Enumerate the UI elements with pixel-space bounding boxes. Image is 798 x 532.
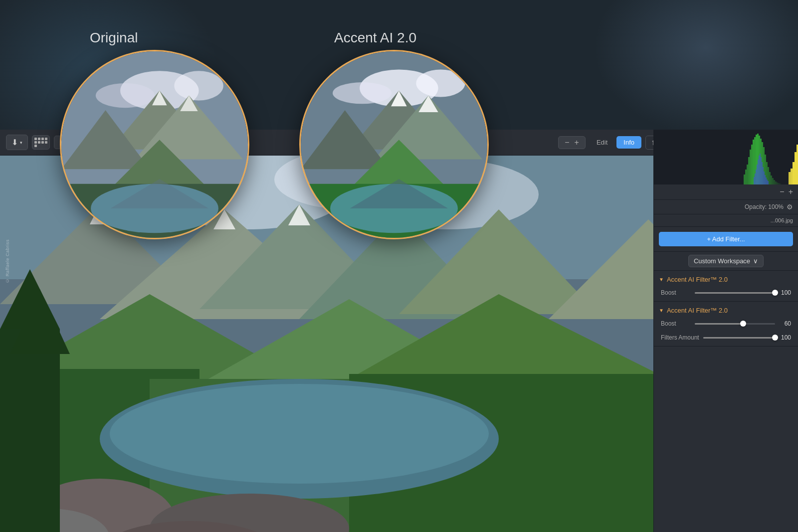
filter-title-0: Accent AI Filter™ 2.0 bbox=[667, 276, 728, 283]
accent-circle-preview bbox=[299, 50, 489, 239]
filter-collapse-0[interactable]: ▼ bbox=[659, 277, 664, 282]
svg-rect-85 bbox=[756, 170, 757, 184]
chevron-down-icon: ∨ bbox=[753, 257, 758, 265]
export-icon: ⬇ bbox=[11, 138, 18, 147]
export-button[interactable]: ⬇ ▾ bbox=[6, 135, 28, 150]
grid-dot bbox=[34, 138, 37, 140]
filename-text: ...006.jpg bbox=[659, 217, 793, 223]
nav-tabs: Edit Info bbox=[590, 136, 641, 149]
svg-rect-96 bbox=[767, 179, 768, 184]
opacity-row: Opacity: 100% ⚙ bbox=[654, 200, 798, 214]
svg-rect-75 bbox=[769, 172, 771, 184]
zoom-in-button[interactable]: + bbox=[574, 139, 580, 147]
grid-dot bbox=[45, 141, 47, 144]
filter-sections: ▼ Accent AI Filter™ 2.0 Boost 100 ▼ Acce… bbox=[654, 271, 798, 347]
svg-rect-57 bbox=[654, 130, 798, 184]
workspace-row: Custom Workspace ∨ bbox=[654, 251, 798, 271]
grid-dot bbox=[38, 141, 40, 144]
svg-point-49 bbox=[110, 384, 489, 484]
filter-value-0-0: 100 bbox=[779, 289, 791, 296]
slider-thumb-0-0[interactable] bbox=[772, 290, 778, 296]
svg-rect-88 bbox=[759, 156, 760, 184]
slider-fill-1-0 bbox=[695, 323, 743, 325]
svg-rect-98 bbox=[789, 172, 791, 184]
svg-rect-94 bbox=[765, 175, 766, 184]
slider-track-0-0[interactable] bbox=[695, 292, 775, 294]
svg-rect-86 bbox=[757, 165, 758, 184]
svg-rect-78 bbox=[774, 180, 775, 184]
svg-rect-97 bbox=[768, 181, 769, 184]
grid-dot bbox=[45, 138, 47, 140]
grid-dot bbox=[34, 141, 37, 144]
slider-track-1-0[interactable] bbox=[695, 323, 775, 325]
opacity-label: Opacity: 100% bbox=[745, 203, 784, 210]
svg-point-3 bbox=[96, 83, 155, 108]
histogram bbox=[654, 130, 798, 184]
grid-dot bbox=[41, 138, 44, 140]
edit-tab[interactable]: Edit bbox=[590, 136, 614, 149]
slider-thumb-1-0[interactable] bbox=[740, 321, 746, 327]
panel-toolbar: − + bbox=[654, 184, 798, 200]
zoom-control: − + bbox=[558, 136, 586, 149]
filter-section-1: ▼ Accent AI Filter™ 2.0 Boost 60 Filters… bbox=[654, 302, 798, 347]
svg-rect-76 bbox=[771, 176, 772, 184]
svg-rect-58 bbox=[744, 175, 745, 184]
svg-rect-60 bbox=[747, 165, 748, 184]
filter-row-1-0: Boost 60 bbox=[654, 318, 798, 332]
svg-point-16 bbox=[333, 82, 392, 104]
slider-fill-0-0 bbox=[695, 292, 775, 294]
filter-value-1-1: 100 bbox=[779, 334, 791, 341]
svg-rect-83 bbox=[754, 177, 755, 184]
svg-rect-82 bbox=[780, 183, 781, 184]
slider-thumb-1-1[interactable] bbox=[772, 335, 778, 341]
add-filter-button[interactable]: + Add Filter... bbox=[659, 232, 793, 246]
original-scene-svg bbox=[61, 51, 248, 238]
svg-rect-84 bbox=[755, 174, 756, 184]
panel-minus-button[interactable]: − bbox=[780, 187, 784, 196]
panel-plus-button[interactable]: + bbox=[789, 187, 793, 196]
svg-rect-63 bbox=[751, 145, 753, 184]
svg-rect-89 bbox=[760, 154, 761, 184]
filter-row-0-0: Boost 100 bbox=[654, 287, 798, 301]
zoom-out-button[interactable]: − bbox=[564, 139, 570, 147]
grid-dot bbox=[38, 138, 40, 140]
svg-rect-99 bbox=[791, 169, 793, 184]
svg-rect-93 bbox=[764, 172, 765, 184]
slider-track-1-1[interactable] bbox=[703, 337, 775, 339]
svg-rect-81 bbox=[778, 183, 780, 184]
svg-rect-100 bbox=[793, 162, 795, 184]
filter-collapse-1[interactable]: ▼ bbox=[659, 308, 664, 313]
filter-row-1-1: Filters Amount 100 bbox=[654, 332, 798, 346]
grid-dot bbox=[41, 141, 44, 144]
info-tab[interactable]: Info bbox=[616, 136, 641, 149]
grid-view-button[interactable] bbox=[32, 135, 50, 150]
svg-rect-77 bbox=[772, 178, 774, 184]
histogram-svg bbox=[654, 130, 798, 184]
filter-value-1-0: 60 bbox=[779, 320, 791, 327]
workspace-label: Custom Workspace bbox=[694, 257, 750, 265]
slider-fill-1-1 bbox=[703, 337, 775, 339]
svg-rect-79 bbox=[775, 181, 777, 184]
bg-shape-tr bbox=[594, 0, 798, 135]
add-filter-label: + Add Filter... bbox=[707, 235, 745, 243]
gear-button[interactable]: ⚙ bbox=[787, 203, 793, 211]
accent-scene-svg bbox=[301, 51, 487, 238]
svg-point-2 bbox=[174, 71, 223, 100]
svg-rect-90 bbox=[761, 157, 762, 184]
filter-section-0: ▼ Accent AI Filter™ 2.0 Boost 100 bbox=[654, 271, 798, 302]
filter-label-1-0: Boost bbox=[661, 320, 691, 327]
svg-rect-92 bbox=[763, 167, 764, 184]
workspace-dropdown[interactable]: Custom Workspace ∨ bbox=[688, 255, 764, 267]
svg-rect-54 bbox=[0, 329, 60, 532]
copyright-text: © Raffaele Cabriss bbox=[5, 239, 10, 283]
svg-rect-91 bbox=[762, 162, 763, 184]
svg-rect-62 bbox=[750, 150, 751, 184]
filename-row: ...006.jpg bbox=[654, 214, 798, 227]
svg-rect-59 bbox=[745, 170, 747, 184]
grid-dot bbox=[34, 145, 37, 147]
original-circle-preview bbox=[60, 50, 249, 239]
svg-rect-95 bbox=[766, 177, 767, 184]
filter-label-1-1: Filters Amount bbox=[661, 334, 699, 341]
svg-rect-80 bbox=[777, 182, 778, 184]
filter-label-0-0: Boost bbox=[661, 289, 691, 296]
